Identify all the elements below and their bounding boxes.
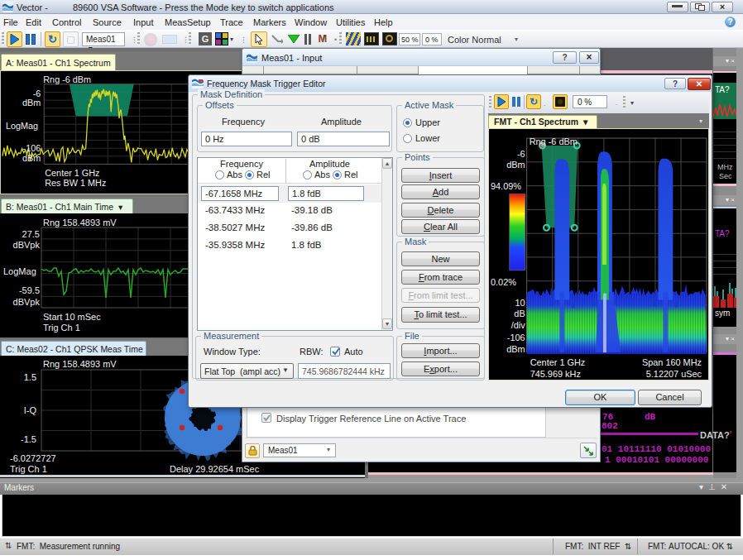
svg-text:dBVpk: dBVpk <box>13 240 41 250</box>
svg-text:Rng -6 dBm: Rng -6 dBm <box>530 136 578 146</box>
svg-text:Start 10 mSec: Start 10 mSec <box>43 312 101 322</box>
svg-text:dBm: dBm <box>22 153 41 163</box>
svg-text:-106: -106 <box>23 143 41 153</box>
svg-text:Span 160 MHz: Span 160 MHz <box>642 357 702 367</box>
svg-text:-106: -106 <box>507 333 525 342</box>
svg-text:/div: /div <box>511 320 526 330</box>
svg-text:1.5: 1.5 <box>24 372 36 382</box>
svg-text:0.02%: 0.02% <box>491 277 516 287</box>
svg-text:LogMag: LogMag <box>3 266 36 276</box>
svg-text:-6: -6 <box>33 89 41 98</box>
svg-text:dBm: dBm <box>506 344 525 354</box>
svg-text:-59.5: -59.5 <box>19 285 40 295</box>
svg-text:dB: dB <box>514 309 525 318</box>
svg-text:27.5: 27.5 <box>22 229 40 239</box>
svg-text:-6: -6 <box>517 149 525 159</box>
svg-text:10: 10 <box>515 298 525 308</box>
svg-text:Rng 158.4893 mV: Rng 158.4893 mV <box>43 359 117 369</box>
svg-text:Delay 29.92654 mSec: Delay 29.92654 mSec <box>170 464 260 474</box>
svg-text:745.969 kHz: 745.969 kHz <box>530 369 581 379</box>
svg-text:Center 1 GHz: Center 1 GHz <box>45 168 99 178</box>
svg-text:Trig Ch 1: Trig Ch 1 <box>10 464 47 474</box>
svg-text:Rng 158.4893 mV: Rng 158.4893 mV <box>43 218 117 227</box>
svg-text:LogMag: LogMag <box>6 121 38 131</box>
svg-text:dBVpk: dBVpk <box>13 297 41 307</box>
svg-text:dBm: dBm <box>506 160 525 170</box>
svg-text:-6.0272727: -6.0272727 <box>10 453 56 463</box>
svg-text:Res BW 1 MHz: Res BW 1 MHz <box>45 178 106 188</box>
svg-text:-1.5: -1.5 <box>21 434 36 444</box>
svg-text:5.12207 uSec: 5.12207 uSec <box>646 369 702 379</box>
svg-text:dBm: dBm <box>22 98 41 108</box>
svg-text:Trig Ch 1: Trig Ch 1 <box>43 323 80 333</box>
svg-text:94.09%: 94.09% <box>491 181 521 191</box>
svg-text:Rng -6 dBm: Rng -6 dBm <box>43 74 91 84</box>
svg-text:Center 1 GHz: Center 1 GHz <box>530 357 586 367</box>
svg-text:I-Q: I-Q <box>24 405 37 415</box>
